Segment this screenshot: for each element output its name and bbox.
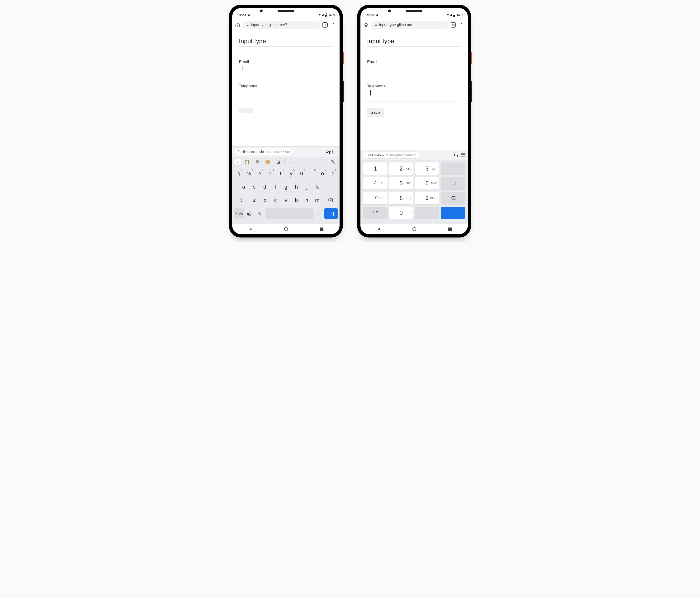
at-key[interactable]: @: [245, 208, 254, 219]
key-dash[interactable]: –: [441, 163, 465, 175]
key-j[interactable]: j: [302, 181, 312, 192]
space-key[interactable]: [266, 208, 313, 219]
key-space[interactable]: ⌴: [441, 177, 465, 190]
address-bar[interactable]: input-type.glitch.me: [371, 21, 448, 29]
key-2[interactable]: 2ABC: [389, 163, 414, 175]
home-icon[interactable]: [235, 22, 240, 28]
home-icon[interactable]: [363, 22, 369, 28]
telephone-label: Telephone: [239, 84, 333, 89]
save-button-partial[interactable]: [239, 108, 253, 113]
email-label: Email: [239, 59, 333, 64]
key-i[interactable]: i8: [307, 168, 317, 179]
key-5[interactable]: 5JKL: [389, 177, 414, 190]
key-l[interactable]: l: [323, 181, 333, 192]
tab-switcher[interactable]: :D: [322, 22, 328, 28]
nav-home-icon[interactable]: [284, 227, 288, 231]
battery-percent: 34%: [456, 13, 463, 17]
key-v[interactable]: v: [281, 195, 291, 206]
emoji-key[interactable]: ☺: [255, 208, 265, 219]
gear-icon[interactable]: ⚙: [253, 157, 262, 167]
nav-back-icon[interactable]: ▲: [376, 227, 381, 231]
key-r[interactable]: r4: [266, 168, 275, 179]
key-g[interactable]: g: [281, 181, 291, 192]
screen-left: 19:23 ⧗ ▾ ◢ 34% input-type.glitch.me/?: [232, 8, 340, 234]
lock-icon: [246, 23, 249, 26]
key-x[interactable]: x: [260, 195, 270, 206]
shift-key[interactable]: ⇧: [234, 195, 249, 206]
key-dot[interactable]: .: [415, 207, 439, 219]
key-f[interactable]: f: [271, 181, 280, 192]
key-o[interactable]: o9: [318, 168, 327, 179]
enter-key[interactable]: →|: [324, 208, 338, 219]
page-title: Input type: [367, 38, 461, 47]
chevron-left-icon[interactable]: ‹: [234, 158, 241, 166]
key-1[interactable]: 1: [363, 163, 388, 175]
nav-back-icon[interactable]: ▲: [248, 227, 252, 231]
key-6[interactable]: 6MNO: [415, 177, 439, 190]
clipboard-icon[interactable]: 📋: [242, 157, 252, 167]
backspace-key[interactable]: [441, 192, 465, 204]
clock: 19:23: [365, 13, 374, 17]
key-z[interactable]: z: [250, 195, 259, 206]
cell-signal-icon: ◢: [449, 13, 452, 17]
key-h[interactable]: h: [292, 181, 301, 192]
key-b[interactable]: b: [292, 195, 301, 206]
telephone-label: Telephone: [367, 84, 461, 89]
key-e[interactable]: e3: [255, 168, 265, 179]
save-button[interactable]: Save: [367, 108, 383, 117]
hourglass-icon: ⧗: [376, 13, 378, 17]
password-key-icon[interactable]: O┳: [454, 153, 459, 157]
email-field[interactable]: [239, 66, 333, 77]
tab-switcher[interactable]: :D: [451, 22, 456, 28]
palette-icon[interactable]: 🎨: [263, 157, 273, 167]
key-k[interactable]: k: [313, 181, 322, 192]
key-star-hash[interactable]: * #: [363, 207, 388, 219]
telephone-field[interactable]: [367, 90, 461, 101]
key-m[interactable]: m: [312, 195, 322, 206]
nav-home-icon[interactable]: [412, 227, 416, 231]
battery-icon: [453, 13, 455, 17]
enter-key[interactable]: →: [441, 207, 465, 219]
mic-off-icon[interactable]: [328, 157, 338, 167]
key-p[interactable]: p0: [328, 168, 338, 179]
wifi-icon: ▾: [447, 13, 449, 17]
key-0[interactable]: 0+: [389, 207, 414, 219]
key-4[interactable]: 4GHI: [363, 177, 388, 190]
key-u[interactable]: u7: [297, 168, 306, 179]
password-key-icon[interactable]: O┳: [326, 150, 330, 154]
key-row-3: ⇧ zxcvbnm: [234, 195, 338, 206]
key-8[interactable]: 8TUV: [389, 192, 414, 204]
email-field[interactable]: [367, 66, 461, 77]
nav-recent-icon[interactable]: [320, 227, 323, 231]
key-c[interactable]: c: [271, 195, 280, 206]
symbols-key[interactable]: ?123: [234, 208, 244, 219]
overflow-menu-icon[interactable]: ⋮: [330, 22, 337, 28]
key-t[interactable]: t5: [276, 168, 285, 179]
key-a[interactable]: a: [239, 181, 248, 192]
address-bar[interactable]: input-type.glitch.me/?: [243, 21, 320, 29]
key-7[interactable]: 7PQRS: [363, 192, 388, 204]
nav-recent-icon[interactable]: [448, 227, 452, 231]
overflow-menu-icon[interactable]: ⋮: [458, 22, 465, 28]
front-camera: [260, 9, 262, 13]
speaker-grille: [406, 10, 422, 12]
key-q[interactable]: q1: [234, 168, 244, 179]
more-icon[interactable]: ⋯: [286, 157, 296, 167]
payment-card-icon[interactable]: [461, 153, 466, 157]
sticker-icon[interactable]: ◪: [274, 157, 283, 167]
key-d[interactable]: d: [260, 181, 270, 192]
email-label: Email: [367, 59, 461, 64]
autofill-suggestion[interactable]: foo@bar.example +44 1234 56789: [234, 148, 293, 155]
telephone-field[interactable]: [239, 90, 333, 101]
key-n[interactable]: n: [302, 195, 311, 206]
payment-card-icon[interactable]: [332, 150, 337, 153]
key-9[interactable]: 9WXYZ: [415, 192, 439, 204]
key-y[interactable]: y6: [286, 168, 296, 179]
key-w[interactable]: w2: [245, 168, 254, 179]
key-row-4: ?123 @ ☺ . →|: [234, 208, 338, 219]
key-3[interactable]: 3DEF: [415, 163, 439, 175]
period-key[interactable]: .: [314, 208, 323, 219]
backspace-key[interactable]: [323, 195, 338, 206]
autofill-suggestion[interactable]: +44123456789 foo@bar.example: [363, 151, 419, 159]
key-s[interactable]: s: [249, 181, 259, 192]
